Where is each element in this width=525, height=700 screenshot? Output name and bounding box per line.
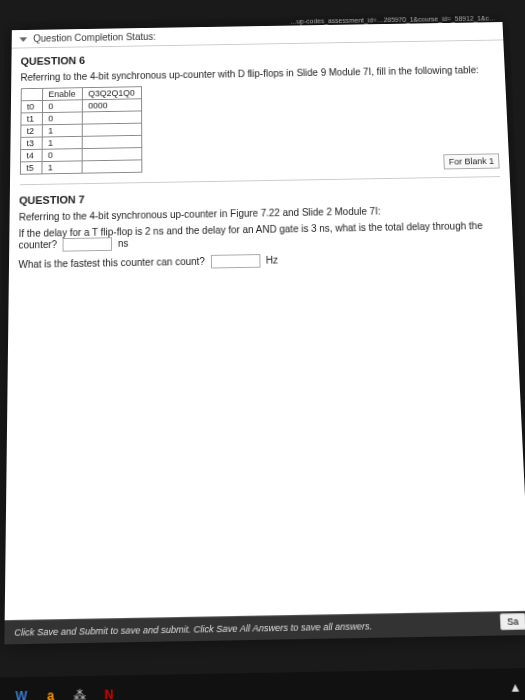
table-cell: t2 — [20, 125, 42, 138]
up-arrow-icon[interactable]: ▲ — [508, 680, 523, 695]
netflix-icon[interactable]: N — [102, 687, 117, 700]
question-7-freq-line: What is the fastest this counter can cou… — [18, 250, 503, 272]
for-blank-box[interactable]: For Blank 1 — [444, 153, 499, 169]
table-cell: 0000 — [82, 99, 141, 112]
freq-unit: Hz — [266, 254, 278, 265]
freq-answer-input[interactable] — [211, 254, 261, 268]
word-icon[interactable]: W — [14, 689, 29, 700]
question-7-title: QUESTION 7 — [19, 187, 500, 207]
question-7-intro: Referring to the 4-bit synchronous up-co… — [19, 204, 501, 223]
table-header: Enable — [42, 88, 82, 101]
taskbar: W a ⁂ N ▲ — [0, 668, 525, 700]
table-cell[interactable] — [82, 160, 142, 173]
table-header: Q3Q2Q1Q0 — [82, 87, 141, 100]
save-button-partial[interactable]: Sa — [500, 613, 525, 630]
table-cell: t3 — [20, 137, 42, 150]
table-cell: 0 — [42, 112, 82, 125]
table-row: t5 1 — [20, 160, 142, 174]
table-cell[interactable] — [82, 123, 142, 136]
collapse-icon[interactable] — [19, 37, 27, 42]
question-6-table: Enable Q3Q2Q1Q0 t0 0 0000 t1 0 t2 1 t3 1 — [19, 86, 142, 175]
table-cell[interactable] — [82, 148, 142, 161]
table-cell: 0 — [42, 149, 82, 162]
table-cell: 0 — [42, 100, 82, 113]
table-header — [21, 88, 42, 100]
table-cell[interactable] — [82, 135, 142, 148]
table-cell[interactable] — [82, 111, 141, 124]
amazon-icon[interactable]: a — [43, 688, 58, 700]
delay-answer-input[interactable] — [63, 237, 112, 251]
table-cell: t1 — [20, 113, 42, 126]
table-cell: 1 — [42, 136, 82, 149]
delay-unit: ns — [118, 238, 128, 249]
table-cell: t5 — [20, 162, 42, 175]
question-7-freq-text: What is the fastest this counter can cou… — [18, 256, 205, 270]
question-6-text: Referring to the 4-bit synchronous up-co… — [20, 65, 494, 83]
table-cell: 1 — [41, 161, 81, 174]
table-cell: t0 — [21, 100, 42, 113]
question-6-title: QUESTION 6 — [21, 48, 494, 67]
completion-status-label: Question Completion Status: — [33, 31, 156, 43]
question-7-delay-line: If the delay for a T flip-flop is 2 ns a… — [19, 220, 503, 252]
separator — [19, 176, 499, 185]
question-content: QUESTION 6 Referring to the 4-bit synchr… — [4, 40, 525, 620]
apps-icon[interactable]: ⁂ — [72, 688, 87, 700]
table-cell: 1 — [42, 124, 82, 137]
table-cell: t4 — [20, 149, 42, 162]
